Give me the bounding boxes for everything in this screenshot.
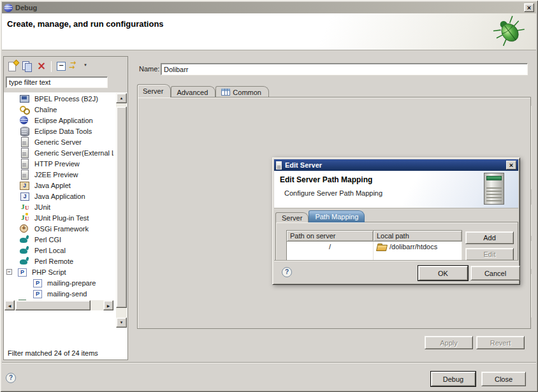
name-input[interactable] <box>161 63 528 75</box>
tree-item-j2ee-preview[interactable]: J2EE Preview <box>4 169 113 180</box>
tree-item-bpel-process-b2j[interactable]: BPEL Process (B2J) <box>4 93 113 104</box>
database-icon <box>19 126 30 136</box>
tree-item-cha-ne[interactable]: Chaîne <box>4 104 113 115</box>
collapse-all-icon[interactable] <box>54 60 68 73</box>
edit-server-dialog: Edit Server × Edit Server Path Mapping C… <box>272 157 520 285</box>
tree-item-java-application[interactable]: Java Application <box>4 191 113 201</box>
tree-item-label: Generic Server(External La <box>33 149 113 157</box>
column-header-local-path[interactable]: Local path <box>374 231 462 242</box>
collapse-expander-icon[interactable]: − <box>6 269 12 275</box>
column-header-path-on-server[interactable]: Path on server <box>287 231 374 242</box>
tree-item-java-applet[interactable]: Java Applet <box>4 180 113 191</box>
edit-mapping-button[interactable]: Edit <box>465 248 514 261</box>
path-on-server-cell: / <box>287 242 374 252</box>
dialog-close-button[interactable]: × <box>506 161 516 170</box>
tree-item-label: OSGi Framework <box>33 224 91 233</box>
scroll-right-icon[interactable]: ▶ <box>103 300 113 310</box>
new-configuration-icon[interactable] <box>6 60 20 73</box>
cancel-button[interactable]: Cancel <box>470 266 520 280</box>
config-tab-server[interactable]: Server <box>137 84 171 98</box>
tree-item-junit-plug-in-test[interactable]: JUnit Plug-in Test <box>4 212 113 223</box>
vertical-scroll-thumb[interactable] <box>116 106 127 308</box>
tree-item-generic-server-external-la[interactable]: Generic Server(External La <box>4 147 113 158</box>
tree-item-label: JUnit <box>33 203 52 212</box>
tree-item-perl-remote[interactable]: Perl Remote <box>4 256 113 266</box>
tree-item-label: Perl CGI <box>33 235 63 244</box>
dialog-subheading: Configure Server Path Mapping <box>284 189 382 197</box>
tree-item-label: mailing-prepare <box>45 279 98 287</box>
php-script-icon <box>32 289 43 298</box>
apply-button[interactable]: Apply <box>425 336 473 349</box>
add-mapping-button[interactable]: Add <box>465 231 514 244</box>
dialog-button-bar: ? OK Cancel <box>274 260 518 283</box>
ok-button[interactable]: OK <box>418 266 468 280</box>
tree-item-mailing-send[interactable]: mailing-send <box>4 288 113 299</box>
dialog-title: Edit Server <box>285 161 322 169</box>
config-tab-common[interactable]: Common <box>215 86 269 98</box>
tree-item-php-script[interactable]: −PHP Script <box>4 266 113 277</box>
page-title: Create, manage, and run configurations <box>7 19 164 29</box>
java-applet-icon <box>19 180 30 190</box>
scroll-down-icon[interactable]: ▼ <box>116 317 127 328</box>
tree-vertical-scrollbar[interactable]: ▲ ▼ <box>116 93 127 328</box>
dialog-tab-path-mapping[interactable]: Path Mapping <box>309 210 365 222</box>
tree-item-label: Eclipse Data Tools <box>33 127 94 136</box>
debug-button[interactable]: Debug <box>431 372 476 386</box>
tree-item-label: J2EE Preview <box>33 170 80 179</box>
duplicate-configuration-icon[interactable] <box>20 60 34 73</box>
tree-item-perl-cgi[interactable]: Perl CGI <box>4 234 113 245</box>
tree-item-label: Perl Remote <box>33 257 75 266</box>
tree-item-label: BPEL Process (B2J) <box>33 94 100 103</box>
close-button[interactable]: Close <box>481 372 526 386</box>
junit-plugin-icon <box>19 213 30 222</box>
window-close-button[interactable]: × <box>524 3 534 12</box>
tree-horizontal-scrollbar[interactable]: ◀ ▶ <box>4 300 113 310</box>
header-banner: Create, manage, and run configurations <box>2 13 536 50</box>
tree-item-osgi-framework[interactable]: OSGi Framework <box>4 223 113 234</box>
path-mapping-row[interactable]: //dolibarr/htdocs <box>287 242 462 252</box>
tree-item-label: Java Application <box>33 192 87 201</box>
debug-bug-icon <box>491 15 528 49</box>
config-tab-label: Server <box>143 87 163 95</box>
folder-icon <box>377 243 387 250</box>
bpel-process-icon <box>19 94 30 103</box>
filter-status: Filter matched 24 of 24 items <box>8 349 98 357</box>
filter-input[interactable] <box>6 76 108 88</box>
window-titlebar[interactable]: Debug × <box>2 2 536 13</box>
dialog-banner: Edit Server Path Mapping Configure Serve… <box>274 171 518 208</box>
revert-button[interactable]: Revert <box>476 336 525 349</box>
debug-configurations-window: Debug × Create, manage, and run configur… <box>0 0 538 392</box>
configurations-toolbar <box>6 59 90 73</box>
server-tower-icon <box>484 173 504 205</box>
config-tab-advanced[interactable]: Advanced <box>171 86 215 98</box>
tree-item-junit[interactable]: JUnit <box>4 201 113 212</box>
table-icon <box>221 89 230 96</box>
tree-item-label: Java Applet <box>33 181 73 190</box>
junit-icon <box>19 202 30 212</box>
horizontal-scroll-thumb[interactable] <box>15 300 91 310</box>
eclipse-logo-icon <box>4 4 13 12</box>
toolbar-menu-dropdown-icon[interactable] <box>82 60 90 73</box>
scroll-left-icon[interactable]: ◀ <box>4 300 15 310</box>
dialog-tabs: ServerPath Mapping <box>275 210 365 222</box>
help-icon[interactable]: ? <box>6 373 16 383</box>
filter-configurations-icon[interactable] <box>68 60 82 73</box>
help-icon[interactable]: ? <box>282 267 292 277</box>
configurations-panel: BPEL Process (B2J)ChaîneEclipse Applicat… <box>3 56 128 360</box>
dialog-titlebar[interactable]: Edit Server × <box>274 159 518 171</box>
server-icon <box>276 161 282 170</box>
tree-item-http-preview[interactable]: HTTP Preview <box>4 158 113 169</box>
tree-item-eclipse-application[interactable]: Eclipse Application <box>4 115 113 126</box>
tree-item-label: Chaîne <box>33 105 59 114</box>
tree-item-perl-local[interactable]: Perl Local <box>4 245 113 256</box>
tree-item-eclipse-data-tools[interactable]: Eclipse Data Tools <box>4 126 113 136</box>
local-path-cell: /dolibarr/htdocs <box>374 242 462 252</box>
delete-configuration-icon[interactable] <box>34 60 48 73</box>
dialog-tab-server[interactable]: Server <box>275 212 309 222</box>
tree-item-mailing-prepare[interactable]: mailing-prepare <box>4 277 113 288</box>
scroll-up-icon[interactable]: ▲ <box>116 93 127 103</box>
config-tab-label: Common <box>233 89 261 96</box>
tree-item-label: Generic Server <box>33 138 84 147</box>
window-title: Debug <box>15 4 37 11</box>
tree-item-generic-server[interactable]: Generic Server <box>4 136 113 147</box>
